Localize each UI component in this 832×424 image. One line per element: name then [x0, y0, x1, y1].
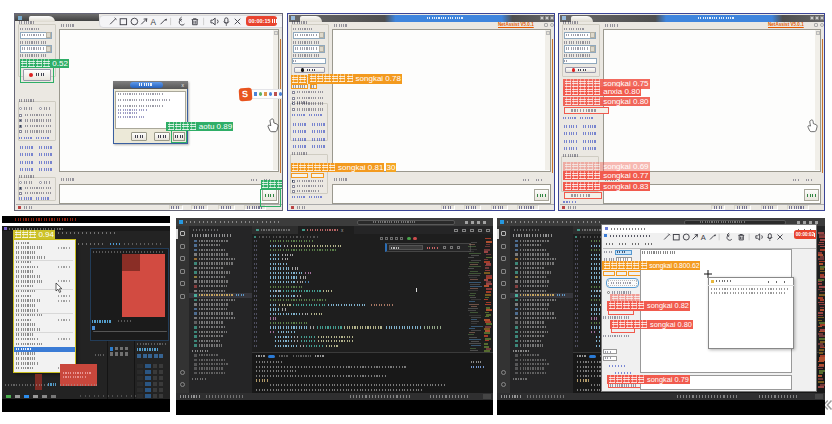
svg-text:A: A: [150, 18, 156, 27]
svg-text:A: A: [701, 232, 706, 241]
